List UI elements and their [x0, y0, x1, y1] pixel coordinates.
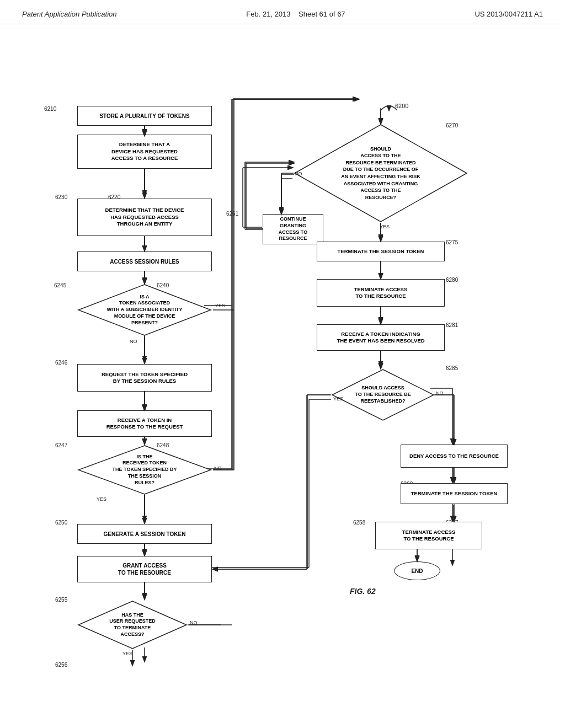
box-terminate-session-6275: TERMINATE THE SESSION TOKEN — [317, 242, 445, 261]
box-terminate-access-6280: TERMINATE ACCESSTO THE RESOURCE — [317, 279, 445, 307]
box-request-token: REQUEST THE TOKEN SPECIFIEDBY THE SESSIO… — [77, 364, 212, 392]
label-6230: 6230 — [55, 194, 67, 200]
diamond-token-sim: IS ATOKEN ASSOCIATEDWITH A SUBSCRIBER ID… — [77, 283, 212, 336]
label-6200: 6200 — [395, 103, 408, 109]
label-6250: 6250 — [55, 520, 67, 526]
label-6246: 6246 — [55, 360, 67, 366]
label-6281: 6281 — [446, 322, 458, 328]
box-store-tokens: STORE A PLURALITY OF TOKENS — [77, 106, 212, 126]
label-6258: 6258 — [353, 520, 365, 526]
label-6261: 6261 — [226, 211, 238, 217]
label-6255: 6255 — [55, 597, 67, 603]
label-no-6255: NO — [190, 620, 198, 625]
box-generate-session: GENERATE A SESSION TOKEN — [77, 524, 212, 544]
label-yes-6240: YES — [215, 303, 225, 308]
header-publication: Patent Application Publication — [22, 10, 117, 18]
label-no-6247: NO — [214, 465, 222, 471]
label-6275: 6275 — [446, 239, 458, 245]
label-yes-6285: YES — [333, 396, 343, 402]
box-receive-token: RECEIVE A TOKEN INRESPONSE TO THE REQUES… — [77, 410, 212, 437]
label-yes-6247: YES — [97, 496, 106, 502]
box-access-session: ACCESS SESSION RULES — [77, 251, 212, 271]
diamond-reestablish: SHOULD ACCESSTO THE RESOURCE BEREESTABLI… — [331, 368, 435, 421]
box-determine-entity: DETERMINE THAT THE DEVICEHAS REQUESTED A… — [77, 199, 212, 236]
box-determine-device: DETERMINE THAT ADEVICE HAS REQUESTEDACCE… — [77, 135, 212, 169]
diamond-received-token: IS THERECEIVED TOKENTHE TOKEN SPECIFIED … — [77, 445, 212, 495]
diagram-area: 6210 STORE A PLURALITY OF TOKENS DETERMI… — [0, 24, 565, 697]
diamond-terminate-risk: SHOULDACCESS TO THERESOURCE BE TERMINATE… — [294, 124, 468, 223]
box-continue-granting: CONTINUEGRANTINGACCESS TORESOURCE — [263, 214, 323, 244]
figure-caption: FIG. 62 — [350, 587, 376, 596]
label-6285: 6285 — [446, 365, 458, 371]
box-deny-access: DENY ACCESS TO THE RESOURCE — [401, 445, 508, 468]
box-terminate-access-6258: TERMINATE ACCESSTO THE RESOURCE — [375, 522, 482, 549]
header-patent-num: US 2013/0047211 A1 — [475, 10, 543, 18]
label-6247: 6247 — [55, 442, 67, 448]
box-grant-access: GRANT ACCESSTO THE RESOURCE — [77, 556, 212, 582]
label-6245: 6245 — [54, 282, 66, 288]
label-no-6285: NO — [436, 390, 444, 396]
label-6210: 6210 — [44, 106, 56, 112]
oval-end: END — [394, 561, 440, 580]
label-no-6270: NO — [295, 171, 302, 176]
page-header: Patent Application Publication Feb. 21, … — [0, 0, 565, 24]
box-terminate-session-6260: TERMINATE THE SESSION TOKEN — [401, 483, 508, 504]
box-receive-token-event: RECEIVE A TOKEN INDICATINGTHE EVENT HAS … — [317, 324, 445, 351]
label-6256: 6256 — [55, 662, 67, 668]
label-yes-6270: YES — [380, 224, 390, 229]
header-date-sheet: Feb. 21, 2013 Sheet 61 of 67 — [246, 10, 345, 18]
label-6280: 6280 — [446, 277, 458, 283]
label-yes-6255: YES — [122, 651, 132, 656]
label-no-6240: NO — [130, 339, 137, 344]
diamond-user-terminate: HAS THEUSER REQUESTEDTO TERMINATEACCESS? — [77, 600, 188, 650]
